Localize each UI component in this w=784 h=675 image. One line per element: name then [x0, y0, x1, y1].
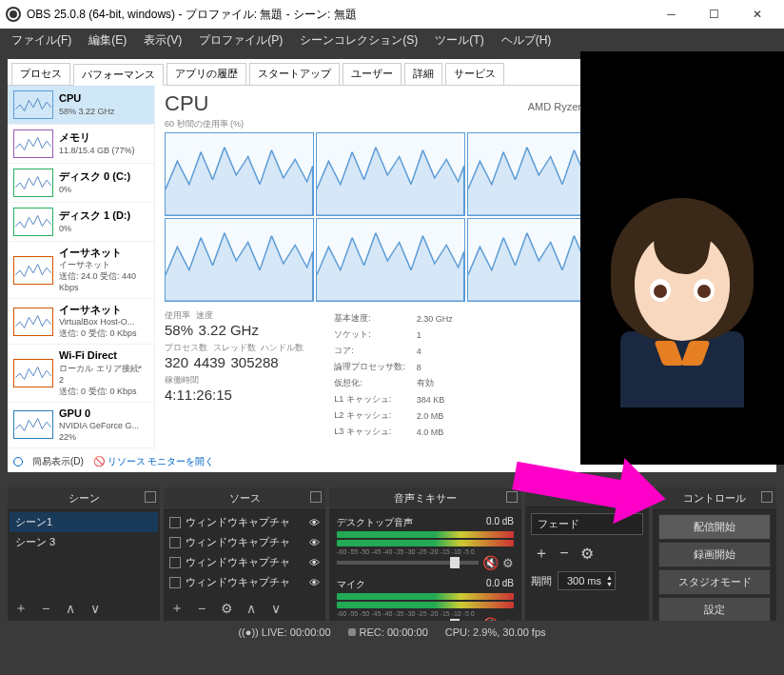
popout-icon[interactable] [145, 491, 156, 503]
add-source-button[interactable]: ＋ [166, 598, 188, 619]
scene-down-button[interactable]: ∨ [84, 598, 107, 619]
taskmgr-tab[interactable]: アプリの履歴 [167, 63, 246, 85]
menu-item[interactable]: 編集(E) [81, 30, 134, 50]
sources-title: ソース [229, 492, 261, 504]
cpu-status: CPU: 2.9%, 30.00 fps [445, 626, 546, 638]
sidebar-item[interactable]: イーサネットVirtualBox Host-O...送信: 0 受信: 0 Kb… [8, 299, 154, 345]
app-icon [6, 7, 21, 22]
window-titlebar: OBS 25.0.8 (64-bit, windows) - プロファイル: 無… [0, 0, 784, 29]
scene-item[interactable]: シーン1 [10, 512, 158, 532]
taskmgr-tab[interactable]: ユーザー [343, 63, 402, 85]
sidebar-item[interactable]: Wi-Fi Directローカル エリア接続* 2送信: 0 受信: 0 Kbp… [8, 345, 154, 402]
remove-scene-button[interactable]: − [34, 598, 57, 619]
source-item[interactable]: ウィンドウキャプチャ👁 [166, 572, 323, 592]
add-scene-button[interactable]: ＋ [10, 598, 32, 619]
source-lock-icon[interactable] [169, 577, 181, 588]
sidebar-item[interactable]: メモリ11.8/15.4 GB (77%) [8, 125, 154, 164]
taskmgr-tab[interactable]: プロセス [11, 63, 70, 85]
taskmgr-tab[interactable]: スタートアップ [249, 63, 340, 85]
live-status: ((●)) LIVE: 00:00:00 [238, 626, 330, 638]
visibility-icon[interactable]: 👁 [309, 557, 320, 568]
simple-view-link[interactable]: 簡易表示(D) [32, 455, 84, 468]
annotation-arrow [514, 452, 685, 519]
remove-source-button[interactable]: − [190, 598, 213, 619]
scene-up-button[interactable]: ∧ [59, 598, 82, 619]
minimize-button[interactable]: ─ [650, 0, 693, 29]
menu-item[interactable]: ツール(T) [427, 30, 491, 50]
remove-transition-button[interactable]: − [554, 543, 575, 564]
cpu-core-graph [165, 218, 314, 302]
sidebar-item[interactable]: CPU58% 3.22 GHz [8, 86, 154, 125]
duration-label: 期間 [531, 574, 552, 588]
rec-status: REC: 00:00:00 [348, 626, 428, 638]
control-button[interactable]: スタジオモード [658, 569, 771, 595]
mixer-channel: デスクトップ音声0.0 dB-60 -55 -50 -45 -40 -35 -3… [331, 512, 519, 574]
taskmgr-tab[interactable]: サービス [445, 63, 504, 85]
scenes-title: シーン [69, 492, 100, 504]
scene-item[interactable]: シーン 3 [10, 532, 158, 552]
menu-item[interactable]: シーンコレクション(S) [292, 30, 425, 50]
mixer-title: 音声ミキサー [394, 492, 457, 504]
channel-settings-button[interactable]: ⚙ [502, 556, 514, 570]
sidebar-item[interactable]: イーサネットイーサネット送信: 24.0 受信: 440 Kbps [8, 242, 154, 299]
source-item[interactable]: ウィンドウキャプチャ👁 [166, 512, 323, 532]
taskmgr-sidebar: CPU58% 3.22 GHzメモリ11.8/15.4 GB (77%)ディスク… [8, 86, 155, 449]
mute-button[interactable]: 🔇 [482, 555, 499, 570]
sidebar-item[interactable]: GPU 0NVIDIA GeForce G...22% [8, 403, 154, 448]
source-down-button[interactable]: ∨ [265, 598, 287, 619]
sources-panel: ソース ウィンドウキャプチャ👁ウィンドウキャプチャ👁ウィンドウキャプチャ👁ウィン… [164, 487, 325, 621]
close-button[interactable]: ✕ [735, 0, 778, 29]
source-lock-icon[interactable] [169, 517, 181, 528]
menu-item[interactable]: プロファイル(P) [191, 30, 290, 50]
menu-item[interactable]: 表示(V) [136, 30, 189, 50]
mixer-panel: 音声ミキサー デスクトップ音声0.0 dB-60 -55 -50 -45 -40… [329, 487, 521, 621]
mute-button[interactable]: 🔇 [482, 617, 499, 621]
add-transition-button[interactable]: ＋ [531, 543, 552, 564]
source-item[interactable]: ウィンドウキャプチャ👁 [166, 532, 323, 552]
cpu-heading: CPU [165, 91, 208, 116]
maximize-button[interactable]: ☐ [693, 0, 735, 29]
preview-avatar-area [580, 51, 784, 465]
cpu-core-graph [316, 218, 465, 302]
visibility-icon[interactable]: 👁 [309, 577, 320, 588]
sidebar-item[interactable]: ディスク 1 (D:)0% [8, 203, 154, 242]
control-button[interactable]: 設定 [658, 597, 771, 621]
cpu-core-graph [165, 132, 314, 216]
sources-toolbar: ＋ − ⚙ ∧ ∨ [164, 596, 325, 621]
scenes-toolbar: ＋ − ∧ ∨ [8, 596, 160, 621]
scenes-panel: シーン シーン1シーン 3 ＋ − ∧ ∨ [8, 487, 160, 621]
taskmgr-tab[interactable]: パフォーマンス [73, 64, 164, 86]
sidebar-item[interactable]: ディスク 0 (C:)0% [8, 164, 154, 203]
controls-title: コントロール [683, 492, 746, 504]
cpu-detail: 基本速度:2.30 GHzソケット:1コア:4論理プロセッサ数:8仮想化:有効L… [332, 309, 464, 441]
source-item[interactable]: ウィンドウキャプチャ👁 [166, 552, 323, 572]
window-title: OBS 25.0.8 (64-bit, windows) - プロファイル: 無… [27, 7, 357, 23]
volume-slider[interactable] [337, 561, 479, 565]
popout-icon[interactable] [310, 491, 322, 503]
cpu-core-graph [316, 132, 465, 216]
mixer-channel: マイク0.0 dB-60 -55 -50 -45 -40 -35 -30 -25… [331, 574, 519, 621]
menu-item[interactable]: ファイル(F) [4, 30, 79, 50]
source-props-button[interactable]: ⚙ [215, 598, 238, 619]
avatar-character [597, 198, 768, 465]
popout-icon[interactable] [761, 491, 773, 503]
source-lock-icon[interactable] [169, 537, 181, 548]
channel-settings-button[interactable]: ⚙ [502, 618, 514, 622]
visibility-icon[interactable]: 👁 [309, 517, 320, 528]
transition-props-button[interactable]: ⚙ [577, 543, 598, 564]
duration-input[interactable]: ▲▼ [558, 571, 616, 590]
source-lock-icon[interactable] [169, 557, 181, 568]
sidebar-item[interactable]: GPU 1AMD Radeon(TM) ...64% [8, 448, 154, 449]
menu-bar: ファイル(F)編集(E)表示(V)プロファイル(P)シーンコレクション(S)ツー… [0, 29, 784, 51]
source-up-button[interactable]: ∧ [240, 598, 263, 619]
resource-monitor-link[interactable]: 🚫 リソース モニターを開く [93, 455, 215, 468]
collapse-icon[interactable] [13, 457, 23, 467]
taskmgr-tab[interactable]: 詳細 [404, 63, 442, 85]
menu-item[interactable]: ヘルプ(H) [494, 30, 559, 50]
status-bar: ((●)) LIVE: 00:00:00 REC: 00:00:00 CPU: … [0, 621, 784, 644]
control-button[interactable]: 録画開始 [658, 542, 771, 567]
visibility-icon[interactable]: 👁 [309, 537, 320, 548]
